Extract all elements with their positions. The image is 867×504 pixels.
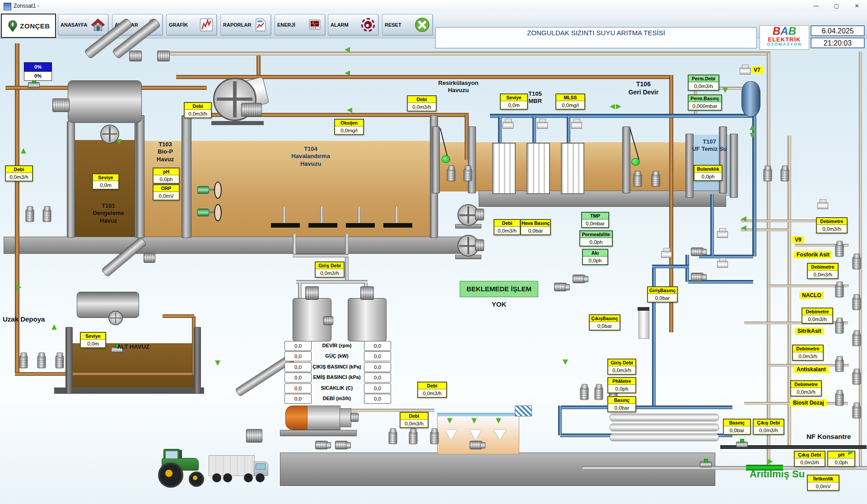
pump1-value: 0,0 <box>284 362 312 372</box>
pump[interactable] <box>835 359 844 372</box>
decanter-body <box>307 406 340 430</box>
flow-arrow-l <box>345 47 350 52</box>
pump[interactable] <box>835 285 844 298</box>
pump[interactable] <box>853 406 861 419</box>
sensor-value: 0,0ph <box>695 173 722 180</box>
nf-membrane-vessel <box>610 424 719 431</box>
sensor-value: 0,0m3/h <box>795 458 825 466</box>
minimize-button[interactable]: — <box>806 0 826 12</box>
pump[interactable] <box>691 247 704 256</box>
toolbar-button-raporlar[interactable]: RAPORLAR <box>220 14 271 35</box>
sensor-label: İletkenlik <box>808 476 839 482</box>
screw-conveyor <box>77 292 139 318</box>
pipe-blue <box>532 117 536 143</box>
sensor-label: ORP <box>154 185 179 192</box>
pump[interactable] <box>853 298 861 310</box>
close-button[interactable]: ✕ <box>847 0 867 12</box>
pump[interactable] <box>853 257 861 270</box>
pump[interactable] <box>853 372 861 385</box>
sensor-value: 0,0m3/h <box>185 110 211 117</box>
pump[interactable] <box>835 244 844 257</box>
pump[interactable] <box>56 356 64 369</box>
toolbar-button-enerji̇[interactable]: ENERJİ <box>275 14 325 35</box>
basin-wall <box>622 126 630 193</box>
feed-tank <box>348 298 387 341</box>
pump[interactable] <box>37 356 46 369</box>
pump[interactable] <box>409 432 418 444</box>
pipe-brown <box>163 314 194 318</box>
mixer-blade <box>214 204 222 221</box>
sensor-display: Çıkış Debi0,0m3/h <box>794 451 825 467</box>
pump[interactable] <box>430 432 439 444</box>
truck-wheel <box>212 473 221 482</box>
v7-valve[interactable] <box>740 68 750 75</box>
motor <box>475 239 484 251</box>
pressure-vessel <box>741 81 760 117</box>
pump[interactable] <box>470 441 482 449</box>
valve[interactable] <box>537 122 548 129</box>
valve[interactable] <box>503 122 513 129</box>
mixer-motor[interactable] <box>197 186 209 194</box>
toolbar-button-reset[interactable]: RESET <box>382 14 433 35</box>
pump[interactable] <box>634 174 642 187</box>
valve[interactable] <box>717 261 728 268</box>
pump[interactable] <box>764 169 772 182</box>
decanter-base <box>280 430 357 436</box>
pump[interactable] <box>43 210 51 222</box>
sensor-display: Seviye0,0m <box>80 332 106 348</box>
pump[interactable] <box>315 441 328 449</box>
sensor-label: Akı <box>583 250 607 257</box>
valve[interactable] <box>817 202 828 209</box>
motor <box>475 209 484 220</box>
valve[interactable] <box>28 82 40 88</box>
pump[interactable] <box>580 387 589 400</box>
valve[interactable] <box>571 122 582 129</box>
toolbar-button-grafi̇k[interactable]: GRAFİK <box>166 14 217 35</box>
valve[interactable] <box>661 251 672 258</box>
pump[interactable] <box>691 273 704 281</box>
pump[interactable] <box>835 321 844 334</box>
flow-arrow-l <box>741 225 746 231</box>
pump[interactable] <box>781 169 789 182</box>
mixer-motor[interactable] <box>197 209 209 216</box>
sensor-label: Debimetre <box>808 264 838 271</box>
sensor-display: Debi0,0m3/h <box>407 96 436 111</box>
brand-letter: A <box>780 25 788 37</box>
pump[interactable] <box>19 356 28 369</box>
pump[interactable] <box>335 441 348 449</box>
valve-open-percent: 0% <box>24 62 52 72</box>
pump[interactable] <box>595 387 603 400</box>
pipe-blue <box>560 406 732 409</box>
float-ball <box>631 158 640 166</box>
window-titlebar: Zonssat1 - — ▢ ✕ <box>0 0 867 13</box>
pump[interactable] <box>835 393 844 406</box>
valve[interactable] <box>717 231 728 238</box>
conveyor-hopper <box>246 429 262 443</box>
cartridge-filter <box>639 310 649 339</box>
settling-funnel <box>494 430 506 440</box>
sensor-value: 0,0mg/l <box>335 126 363 134</box>
valve[interactable] <box>700 462 712 467</box>
valve[interactable] <box>736 442 748 448</box>
pump[interactable] <box>26 210 34 222</box>
sensor-display: Basınç0,0bar <box>723 419 750 434</box>
valve-position-percent: 0% <box>24 71 52 81</box>
sensor-label: Seviye <box>81 333 105 340</box>
maximize-button[interactable]: ▢ <box>826 0 847 12</box>
toolbar-button-alarm[interactable]: ALARM <box>328 14 378 35</box>
energy-meter-icon <box>307 17 322 33</box>
pump[interactable] <box>447 169 456 182</box>
toolbar-button-anasayfa[interactable]: ANASAYFA <box>58 14 108 35</box>
pipe-steel <box>395 207 398 224</box>
pipe-blue <box>490 114 756 118</box>
pump[interactable] <box>554 283 567 291</box>
pump[interactable] <box>853 334 861 346</box>
flow-arrow-d <box>471 418 477 424</box>
sensor-value: 0,0ph <box>580 238 612 246</box>
pump[interactable] <box>652 174 660 187</box>
pump[interactable] <box>464 169 472 182</box>
air-diffuser <box>346 223 375 228</box>
sensor-display: Hava Basınç0,0bar <box>521 219 550 235</box>
pump[interactable] <box>389 432 397 444</box>
pump[interactable] <box>573 275 585 283</box>
